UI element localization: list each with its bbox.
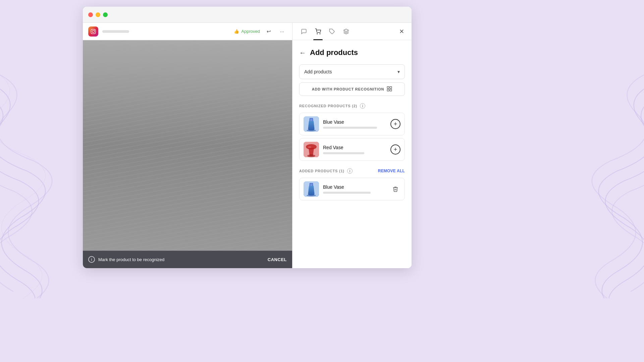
wave-left-decoration (0, 64, 84, 298)
blue-vase-added-info: Blue Vase (323, 184, 386, 194)
added-products-section: ADDED PRODUCTS (1) i REMOVE ALL (299, 168, 405, 200)
image-panel: 👍 Approved ↩ ··· (83, 23, 292, 268)
wave-right-decoration (560, 64, 644, 298)
recognition-icon (387, 86, 392, 93)
svg-marker-56 (310, 184, 313, 188)
svg-point-48 (307, 129, 316, 131)
svg-point-53 (308, 146, 311, 148)
svg-rect-43 (387, 89, 389, 91)
red-vase-thumb (304, 142, 319, 157)
approved-label: Approved (241, 29, 260, 34)
delete-blue-vase-button[interactable] (390, 184, 400, 194)
svg-rect-0 (91, 29, 95, 34)
layers-tab[interactable] (340, 25, 352, 38)
more-options-button[interactable]: ··· (277, 27, 287, 36)
added-products-title: ADDED PRODUCTS (1) (299, 169, 344, 173)
traffic-light-yellow[interactable] (96, 12, 100, 17)
close-panel-button[interactable]: ✕ (397, 27, 406, 36)
back-button[interactable]: ← (299, 49, 306, 56)
svg-point-37 (317, 34, 318, 34)
svg-point-57 (307, 194, 316, 196)
blue-vase-recognized-name: Blue Vase (323, 119, 386, 125)
browser-content: 👍 Approved ↩ ··· (83, 23, 412, 268)
image-canvas (83, 40, 292, 251)
svg-point-38 (320, 34, 320, 34)
add-red-vase-button[interactable]: + (390, 144, 400, 155)
instagram-icon (88, 26, 98, 37)
browser-window: 👍 Approved ↩ ··· (83, 7, 412, 268)
recognized-product-item-blue-vase: Blue Vase + (299, 113, 405, 135)
add-blue-vase-recognized-button[interactable]: + (390, 119, 400, 129)
red-vase-name: Red Vase (323, 145, 386, 150)
toolbar-url-bar (102, 30, 129, 33)
recognized-products-section: RECOGNIZED PRODUCTS (2) i (299, 103, 405, 161)
traffic-light-green[interactable] (103, 12, 108, 17)
image-toolbar: 👍 Approved ↩ ··· (83, 23, 292, 40)
recognized-product-item-red-vase: Red Vase + (299, 138, 405, 161)
image-area[interactable] (83, 40, 292, 251)
panel-title: Add products (310, 48, 358, 57)
svg-marker-47 (310, 119, 313, 123)
recognized-products-title: RECOGNIZED PRODUCTS (2) (299, 104, 357, 108)
red-vase-info: Red Vase (323, 145, 386, 154)
instruction-text: Mark the product to be recognized (98, 257, 264, 262)
panel-header: ← Add products (299, 48, 405, 57)
blue-vase-added-bar (323, 192, 371, 194)
right-panel: ✕ ← Add products Add products ▾ ADD WITH… (292, 23, 412, 268)
cancel-button[interactable]: CANCEL (268, 257, 287, 262)
recognized-products-info-icon[interactable]: i (360, 103, 365, 109)
blue-vase-added-thumb-image (304, 181, 319, 197)
add-products-dropdown[interactable]: Add products ▾ (299, 64, 405, 79)
add-products-dropdown-label: Add products (304, 69, 397, 74)
recognized-products-header: RECOGNIZED PRODUCTS (2) i (299, 103, 405, 109)
svg-point-52 (307, 155, 315, 157)
svg-point-1 (92, 30, 95, 33)
undo-button[interactable]: ↩ (264, 27, 273, 36)
red-vase-bar (323, 152, 364, 154)
added-products-header: ADDED PRODUCTS (1) i REMOVE ALL (299, 168, 405, 174)
comments-tab[interactable] (298, 25, 310, 38)
dropdown-arrow-icon: ▾ (397, 69, 400, 74)
image-bottom-bar: i Mark the product to be recognized CANC… (83, 251, 292, 268)
red-vase-thumb-image (304, 142, 319, 157)
info-icon: i (88, 256, 95, 263)
products-tab[interactable] (312, 25, 324, 38)
blue-vase-added-name: Blue Vase (323, 184, 386, 190)
approved-badge: 👍 Approved (234, 29, 260, 34)
blue-vase-recognized-thumb (304, 116, 319, 132)
blue-vase-added-thumb (304, 181, 319, 197)
add-recognition-label: ADD WITH PRODUCT RECOGNITION (312, 87, 384, 91)
add-with-recognition-button[interactable]: ADD WITH PRODUCT RECOGNITION (299, 82, 405, 96)
blue-vase-thumb-image (304, 116, 319, 132)
tags-tab[interactable] (326, 25, 338, 38)
svg-rect-41 (387, 86, 389, 88)
traffic-light-red[interactable] (88, 12, 93, 17)
added-product-item-blue-vase: Blue Vase (299, 178, 405, 200)
svg-marker-40 (344, 29, 349, 32)
blue-vase-bar (323, 127, 377, 129)
thumbs-up-icon: 👍 (234, 29, 239, 34)
svg-rect-42 (390, 86, 392, 88)
svg-point-2 (94, 30, 95, 31)
svg-rect-44 (390, 89, 392, 91)
right-panel-body: ← Add products Add products ▾ ADD WITH P… (292, 40, 412, 268)
browser-titlebar (83, 7, 412, 23)
right-panel-tabs: ✕ (292, 23, 412, 40)
blue-vase-recognized-info: Blue Vase (323, 119, 386, 129)
added-products-info-icon[interactable]: i (347, 168, 353, 174)
image-background (83, 40, 292, 251)
remove-all-button[interactable]: REMOVE ALL (378, 169, 405, 173)
